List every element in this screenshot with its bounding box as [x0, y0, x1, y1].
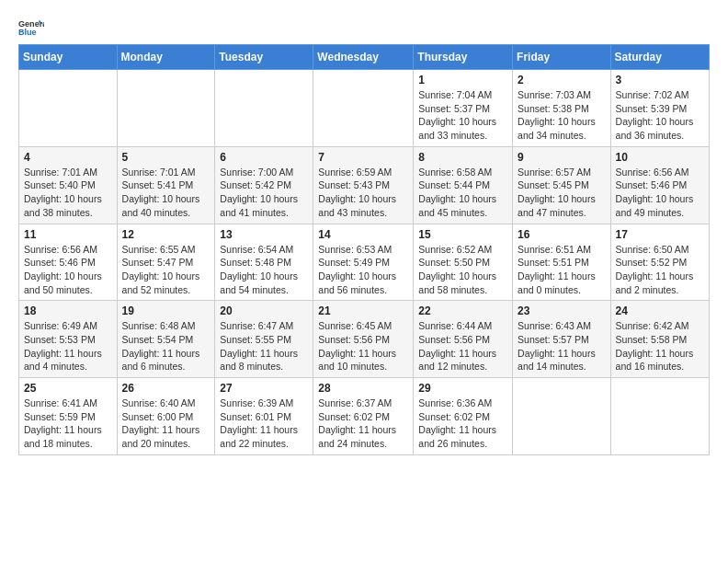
- day-number: 15: [418, 228, 507, 241]
- calendar-cell: 23Sunrise: 6:43 AMSunset: 5:57 PMDayligh…: [513, 301, 611, 378]
- calendar-week-2: 11Sunrise: 6:56 AMSunset: 5:46 PMDayligh…: [19, 224, 710, 301]
- day-number: 12: [122, 228, 210, 241]
- day-info: Sunrise: 6:44 AMSunset: 5:56 PMDaylight:…: [418, 319, 507, 373]
- day-number: 14: [318, 228, 408, 241]
- day-number: 19: [122, 304, 210, 317]
- day-info: Sunrise: 6:56 AMSunset: 5:46 PMDaylight:…: [24, 243, 112, 297]
- calendar-cell: 7Sunrise: 6:59 AMSunset: 5:43 PMDaylight…: [313, 146, 414, 224]
- day-number: 7: [318, 151, 408, 164]
- day-number: 8: [418, 151, 507, 164]
- calendar-cell: [215, 70, 313, 147]
- page-header: General Blue: [18, 15, 710, 40]
- day-number: 22: [418, 304, 507, 317]
- day-number: 16: [518, 228, 606, 241]
- calendar-cell: 18Sunrise: 6:49 AMSunset: 5:53 PMDayligh…: [19, 301, 118, 378]
- calendar-table: SundayMondayTuesdayWednesdayThursdayFrid…: [18, 44, 710, 455]
- day-number: 23: [518, 304, 606, 317]
- day-info: Sunrise: 6:40 AMSunset: 6:00 PMDaylight:…: [122, 396, 210, 451]
- day-info: Sunrise: 7:03 AMSunset: 5:38 PMDaylight:…: [518, 88, 606, 143]
- calendar-cell: [513, 378, 611, 455]
- header-sunday: Sunday: [19, 45, 118, 70]
- day-info: Sunrise: 6:54 AMSunset: 5:48 PMDaylight:…: [220, 243, 308, 297]
- calendar-week-4: 25Sunrise: 6:41 AMSunset: 5:59 PMDayligh…: [19, 378, 710, 455]
- calendar-cell: [610, 378, 709, 455]
- calendar-cell: 9Sunrise: 6:57 AMSunset: 5:45 PMDaylight…: [513, 146, 611, 224]
- calendar-cell: 12Sunrise: 6:55 AMSunset: 5:47 PMDayligh…: [117, 224, 215, 301]
- day-info: Sunrise: 6:59 AMSunset: 5:43 PMDaylight:…: [318, 166, 408, 220]
- day-number: 20: [220, 304, 308, 317]
- calendar-week-3: 18Sunrise: 6:49 AMSunset: 5:53 PMDayligh…: [19, 301, 710, 378]
- calendar-cell: 2Sunrise: 7:03 AMSunset: 5:38 PMDaylight…: [513, 70, 611, 147]
- header-wednesday: Wednesday: [313, 45, 414, 70]
- calendar-cell: [117, 70, 215, 147]
- calendar-week-1: 4Sunrise: 7:01 AMSunset: 5:40 PMDaylight…: [19, 146, 710, 224]
- logo: General Blue: [18, 15, 44, 40]
- day-number: 26: [122, 382, 210, 395]
- day-number: 11: [24, 228, 112, 241]
- calendar-cell: [313, 70, 414, 147]
- day-number: 10: [616, 151, 704, 164]
- calendar-cell: 22Sunrise: 6:44 AMSunset: 5:56 PMDayligh…: [414, 301, 513, 378]
- day-number: 27: [220, 382, 308, 395]
- day-number: 6: [220, 151, 308, 164]
- day-number: 3: [616, 74, 704, 86]
- calendar-cell: 21Sunrise: 6:45 AMSunset: 5:56 PMDayligh…: [313, 301, 414, 378]
- logo-icon: General Blue: [18, 15, 44, 40]
- calendar-cell: 3Sunrise: 7:02 AMSunset: 5:39 PMDaylight…: [610, 70, 709, 147]
- day-info: Sunrise: 6:37 AMSunset: 6:02 PMDaylight:…: [318, 396, 408, 451]
- day-info: Sunrise: 7:00 AMSunset: 5:42 PMDaylight:…: [220, 166, 308, 220]
- calendar-cell: 16Sunrise: 6:51 AMSunset: 5:51 PMDayligh…: [513, 224, 611, 301]
- calendar-cell: 19Sunrise: 6:48 AMSunset: 5:54 PMDayligh…: [117, 301, 215, 378]
- calendar-cell: 25Sunrise: 6:41 AMSunset: 5:59 PMDayligh…: [19, 378, 118, 455]
- calendar-cell: 5Sunrise: 7:01 AMSunset: 5:41 PMDaylight…: [117, 146, 215, 224]
- calendar-cell: 6Sunrise: 7:00 AMSunset: 5:42 PMDaylight…: [215, 146, 313, 224]
- day-info: Sunrise: 6:52 AMSunset: 5:50 PMDaylight:…: [418, 243, 507, 297]
- calendar-cell: [19, 70, 118, 147]
- day-info: Sunrise: 7:04 AMSunset: 5:37 PMDaylight:…: [418, 88, 507, 143]
- header-saturday: Saturday: [610, 45, 709, 70]
- calendar-cell: 11Sunrise: 6:56 AMSunset: 5:46 PMDayligh…: [19, 224, 118, 301]
- calendar-cell: 28Sunrise: 6:37 AMSunset: 6:02 PMDayligh…: [313, 378, 414, 455]
- calendar-header-row: SundayMondayTuesdayWednesdayThursdayFrid…: [19, 45, 710, 70]
- day-info: Sunrise: 6:48 AMSunset: 5:54 PMDaylight:…: [122, 319, 210, 373]
- day-info: Sunrise: 6:51 AMSunset: 5:51 PMDaylight:…: [518, 243, 606, 297]
- calendar-cell: 10Sunrise: 6:56 AMSunset: 5:46 PMDayligh…: [610, 146, 709, 224]
- calendar-cell: 20Sunrise: 6:47 AMSunset: 5:55 PMDayligh…: [215, 301, 313, 378]
- day-number: 4: [24, 151, 112, 164]
- day-info: Sunrise: 7:01 AMSunset: 5:41 PMDaylight:…: [122, 166, 210, 220]
- day-number: 5: [122, 151, 210, 164]
- calendar-cell: 15Sunrise: 6:52 AMSunset: 5:50 PMDayligh…: [414, 224, 513, 301]
- header-monday: Monday: [117, 45, 215, 70]
- day-info: Sunrise: 6:58 AMSunset: 5:44 PMDaylight:…: [418, 166, 507, 220]
- header-tuesday: Tuesday: [215, 45, 313, 70]
- day-number: 18: [24, 304, 112, 317]
- day-info: Sunrise: 6:49 AMSunset: 5:53 PMDaylight:…: [24, 319, 112, 373]
- header-friday: Friday: [513, 45, 611, 70]
- day-number: 29: [418, 382, 507, 395]
- svg-text:Blue: Blue: [18, 28, 37, 37]
- svg-text:General: General: [18, 19, 44, 29]
- header-thursday: Thursday: [414, 45, 513, 70]
- calendar-cell: 8Sunrise: 6:58 AMSunset: 5:44 PMDaylight…: [414, 146, 513, 224]
- day-info: Sunrise: 6:36 AMSunset: 6:02 PMDaylight:…: [418, 396, 507, 451]
- calendar-cell: 27Sunrise: 6:39 AMSunset: 6:01 PMDayligh…: [215, 378, 313, 455]
- day-info: Sunrise: 7:01 AMSunset: 5:40 PMDaylight:…: [24, 166, 112, 220]
- day-info: Sunrise: 6:50 AMSunset: 5:52 PMDaylight:…: [616, 243, 704, 297]
- day-info: Sunrise: 6:45 AMSunset: 5:56 PMDaylight:…: [318, 319, 408, 373]
- day-info: Sunrise: 6:57 AMSunset: 5:45 PMDaylight:…: [518, 166, 606, 220]
- day-info: Sunrise: 6:47 AMSunset: 5:55 PMDaylight:…: [220, 319, 308, 373]
- day-number: 28: [318, 382, 408, 395]
- calendar-cell: 13Sunrise: 6:54 AMSunset: 5:48 PMDayligh…: [215, 224, 313, 301]
- day-info: Sunrise: 6:39 AMSunset: 6:01 PMDaylight:…: [220, 396, 308, 451]
- calendar-cell: 17Sunrise: 6:50 AMSunset: 5:52 PMDayligh…: [610, 224, 709, 301]
- day-number: 24: [616, 304, 704, 317]
- calendar-week-0: 1Sunrise: 7:04 AMSunset: 5:37 PMDaylight…: [19, 70, 710, 147]
- day-info: Sunrise: 6:43 AMSunset: 5:57 PMDaylight:…: [518, 319, 606, 373]
- day-number: 2: [518, 74, 606, 86]
- day-number: 13: [220, 228, 308, 241]
- day-info: Sunrise: 6:55 AMSunset: 5:47 PMDaylight:…: [122, 243, 210, 297]
- calendar-cell: 1Sunrise: 7:04 AMSunset: 5:37 PMDaylight…: [414, 70, 513, 147]
- day-info: Sunrise: 6:56 AMSunset: 5:46 PMDaylight:…: [616, 166, 704, 220]
- calendar-cell: 14Sunrise: 6:53 AMSunset: 5:49 PMDayligh…: [313, 224, 414, 301]
- day-number: 25: [24, 382, 112, 395]
